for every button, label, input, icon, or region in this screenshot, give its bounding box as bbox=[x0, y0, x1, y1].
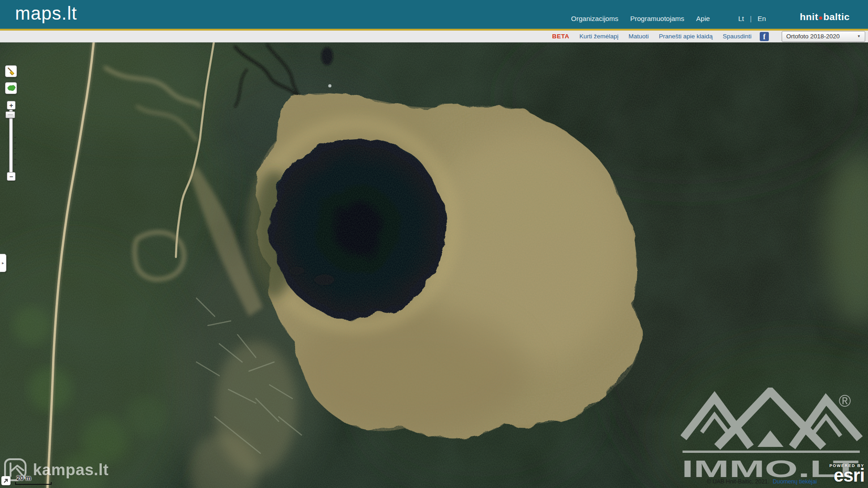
toolbar-link-report-error[interactable]: Pranešti apie klaidą bbox=[659, 33, 713, 40]
map-toolbar: BETA Kurti žemėlapį Matuoti Pranešti api… bbox=[0, 31, 868, 42]
language-switcher: Lt | En bbox=[738, 15, 766, 22]
clear-tool-button[interactable] bbox=[5, 65, 17, 77]
broom-icon bbox=[6, 67, 16, 76]
nav-organizacijoms[interactable]: Organizacijoms bbox=[571, 15, 618, 22]
main-nav: Organizacijoms Programuotojams Apie Lt |… bbox=[571, 0, 868, 29]
facebook-icon[interactable]: f bbox=[760, 32, 769, 41]
scale-label: 20 m bbox=[15, 474, 52, 482]
toolbar-link-create-map[interactable]: Kurti žemėlapį bbox=[579, 33, 619, 40]
zoom-out-button[interactable]: − bbox=[7, 172, 16, 181]
chevron-right-icon: ▸ bbox=[2, 261, 4, 265]
copyright-text: © UAB Hnit-Baltic, 2021. bbox=[707, 478, 769, 485]
nav-programuotojams[interactable]: Programuotojams bbox=[630, 15, 684, 22]
maps-lt-app: maps.lt Organizacijoms Programuotojams A… bbox=[0, 0, 868, 488]
zoom-slider-track[interactable] bbox=[9, 110, 13, 173]
beta-badge: BETA bbox=[552, 33, 570, 40]
facebook-letter: f bbox=[763, 32, 765, 41]
lang-divider: | bbox=[750, 15, 752, 22]
scale-line bbox=[15, 482, 52, 485]
scale-bar: 20 m bbox=[15, 474, 52, 485]
data-providers-link[interactable]: Duomenų tiekėjai bbox=[773, 478, 817, 485]
nav-apie[interactable]: Apie bbox=[696, 15, 710, 22]
scale-expand-button[interactable] bbox=[1, 476, 11, 485]
brand-dot-icon bbox=[819, 16, 822, 20]
hnit-baltic-logo: hnit baltic bbox=[800, 11, 850, 22]
attribution: © UAB Hnit-Baltic, 2021. Duomenų tiekėja… bbox=[707, 478, 817, 485]
aerial-imagery bbox=[0, 42, 868, 488]
lithuania-extent-button[interactable] bbox=[5, 82, 17, 94]
zoom-slider-handle[interactable] bbox=[5, 111, 15, 118]
lang-en[interactable]: En bbox=[757, 15, 766, 22]
zoom-in-button[interactable]: + bbox=[7, 101, 16, 110]
site-logo[interactable]: maps.lt bbox=[15, 3, 77, 24]
brand-part1: hnit bbox=[800, 11, 818, 22]
lang-lt[interactable]: Lt bbox=[738, 15, 744, 22]
lithuania-shape-icon bbox=[6, 84, 16, 93]
arrow-up-right-icon bbox=[3, 478, 9, 483]
panel-expander-tab[interactable]: ▸ bbox=[0, 254, 6, 272]
brand-part2: baltic bbox=[823, 11, 850, 22]
basemap-dropdown-value: Ortofoto 2018-2020 bbox=[786, 33, 840, 40]
basemap-dropdown[interactable]: Ortofoto 2018-2020 ▼ bbox=[782, 31, 865, 42]
chevron-down-icon: ▼ bbox=[857, 34, 861, 38]
toolbar-link-measure[interactable]: Matuoti bbox=[629, 33, 649, 40]
map-viewport[interactable]: + − ▸ 20 m kampas.lt bbox=[0, 42, 868, 488]
toolbar-link-print[interactable]: Spausdinti bbox=[723, 33, 752, 40]
zoom-slider-ticks bbox=[14, 137, 16, 167]
top-header: maps.lt Organizacijoms Programuotojams A… bbox=[0, 0, 868, 29]
